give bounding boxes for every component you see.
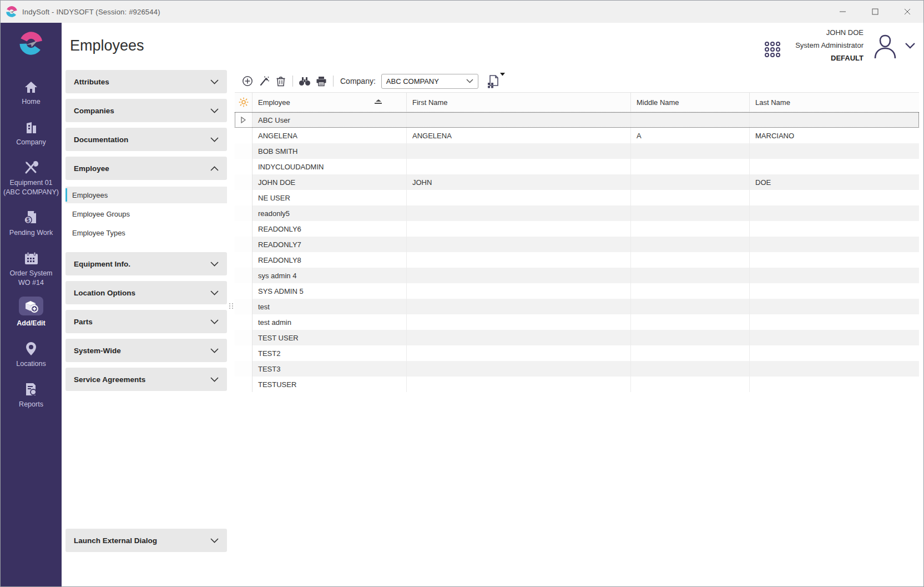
- accordion-system-wide[interactable]: System-Wide: [65, 339, 227, 362]
- table-row[interactable]: READONLY6: [235, 221, 919, 237]
- nav-item-employee-groups[interactable]: Employee Groups: [65, 205, 227, 222]
- table-row[interactable]: BOB SMITH: [235, 143, 919, 159]
- accordion-launch-external-dialog[interactable]: Launch External Dialog: [65, 529, 227, 552]
- page-header: Employees JOHN DOE System A: [62, 23, 923, 70]
- minimize-button[interactable]: [827, 1, 859, 23]
- chevron-down-icon: [210, 348, 219, 353]
- column-header-middle-name[interactable]: Middle Name: [631, 93, 750, 112]
- chevron-down-icon: [466, 79, 473, 83]
- user-menu-chevron-icon[interactable]: [905, 42, 916, 49]
- table-row[interactable]: readonly5: [235, 205, 919, 221]
- table-row[interactable]: INDYCLOUDADMIN: [235, 159, 919, 174]
- table-row[interactable]: READONLY7: [235, 237, 919, 252]
- column-header-first-name[interactable]: First Name: [407, 93, 631, 112]
- trash-icon: [276, 76, 286, 87]
- sidebar-item-label: Home: [19, 97, 42, 107]
- sidebar-item-pending-work[interactable]: $ Pending Work: [1, 209, 62, 238]
- printer-icon: [316, 76, 327, 87]
- sidebar-item-label: Order System WO #14: [1, 269, 62, 288]
- chevron-down-icon: [210, 137, 219, 142]
- table-row[interactable]: test admin: [235, 314, 919, 330]
- delete-button[interactable]: [272, 73, 289, 89]
- table-row[interactable]: READONLY8: [235, 252, 919, 268]
- sidebar-item-label: Locations: [14, 359, 48, 369]
- sidebar-logo-icon: [18, 31, 44, 56]
- accordion-equipment-info[interactable]: Equipment Info.: [65, 252, 227, 275]
- chevron-down-icon: [210, 79, 219, 84]
- find-button[interactable]: [296, 73, 313, 89]
- user-info: JOHN DOE System Administrator DEFAULT: [795, 26, 864, 64]
- close-button[interactable]: [891, 1, 923, 23]
- user-name: JOHN DOE: [795, 26, 864, 39]
- row-indicator-cell: [235, 112, 253, 128]
- table-row[interactable]: SYS ADMIN 5: [235, 283, 919, 299]
- grid-body: ABC User ANGELENA ANGELENA A MARCIANO: [235, 112, 919, 586]
- building-icon: [24, 119, 38, 134]
- toolbar-separator: [333, 76, 334, 87]
- home-icon: [24, 78, 38, 94]
- grid-header-row: Employee First Name Middle Name Last Nam…: [235, 92, 919, 112]
- sidebar-item-company[interactable]: Company: [1, 119, 62, 147]
- apps-grid-icon[interactable]: [763, 40, 782, 59]
- chevron-down-icon: [210, 108, 219, 113]
- add-edit-box-icon: [19, 297, 43, 315]
- accordion-location-options[interactable]: Location Options: [65, 281, 227, 304]
- sidebar-item-order-system[interactable]: Order System WO #14: [1, 250, 62, 288]
- sidebar-item-equipment[interactable]: Equipment 01 (ABC COMPANY): [1, 159, 62, 197]
- table-row[interactable]: ABC User: [235, 112, 919, 128]
- sidebar-item-home[interactable]: Home: [1, 78, 62, 107]
- calendar-icon: [24, 250, 39, 265]
- accordion-service-agreements[interactable]: Service Agreements: [65, 368, 227, 391]
- table-row[interactable]: TEST USER: [235, 330, 919, 345]
- employees-grid: Employee First Name Middle Name Last Nam…: [235, 92, 919, 586]
- splitter-grip-icon: [229, 303, 234, 309]
- sidebar-item-reports[interactable]: Reports: [1, 381, 62, 409]
- invoice-icon: $: [24, 209, 38, 225]
- user-profile: DEFAULT: [795, 52, 864, 64]
- table-row[interactable]: TESTUSER: [235, 377, 919, 392]
- accordion-parts[interactable]: Parts: [65, 310, 227, 333]
- map-pin-icon: [25, 340, 37, 356]
- table-row[interactable]: TEST2: [235, 345, 919, 361]
- maximize-button[interactable]: [859, 1, 891, 23]
- company-label: Company:: [340, 77, 376, 86]
- panel-splitter[interactable]: [227, 70, 235, 586]
- table-row[interactable]: ANGELENA ANGELENA A MARCIANO: [235, 128, 919, 143]
- accordion-documentation[interactable]: Documentation: [65, 128, 227, 151]
- nav-item-employee-types[interactable]: Employee Types: [65, 224, 227, 241]
- avatar[interactable]: [871, 32, 899, 59]
- window-title: IndySoft - INDYSOFT (Session: #926544): [22, 8, 160, 16]
- export-grid-icon: [486, 74, 499, 88]
- grid-toolbar: Company: ABC COMPANY: [235, 70, 919, 92]
- titlebar: IndySoft - INDYSOFT (Session: #926544): [1, 1, 923, 23]
- accordion-companies[interactable]: Companies: [65, 99, 227, 122]
- company-dropdown[interactable]: ABC COMPANY: [381, 74, 478, 89]
- table-row[interactable]: JOHN DOE JOHN DOE: [235, 174, 919, 190]
- column-header-last-name[interactable]: Last Name: [750, 93, 919, 112]
- current-row-arrow-icon: [241, 117, 246, 123]
- add-button[interactable]: [239, 73, 256, 89]
- table-row[interactable]: NE USER: [235, 190, 919, 205]
- magic-wand-icon: [259, 76, 270, 87]
- table-row[interactable]: sys admin 4: [235, 268, 919, 283]
- sidebar-item-add-edit[interactable]: Add/Edit: [1, 300, 62, 328]
- edit-button[interactable]: [256, 73, 272, 89]
- column-header-employee[interactable]: Employee: [253, 93, 407, 112]
- chevron-down-icon: [210, 319, 219, 324]
- grid-customize-header-cell[interactable]: [235, 93, 253, 112]
- sidebar-item-label: Add/Edit: [14, 319, 47, 328]
- print-button[interactable]: [313, 73, 330, 89]
- accordion-employee[interactable]: Employee: [65, 157, 227, 180]
- chevron-down-icon: [210, 538, 219, 543]
- chevron-down-icon: [210, 262, 219, 267]
- accordion-attributes[interactable]: Attributes: [65, 70, 227, 93]
- table-row[interactable]: TEST3: [235, 361, 919, 377]
- nav-panel: Attributes Companies Documentation Emplo…: [65, 70, 227, 586]
- nav-item-employees[interactable]: Employees: [65, 187, 227, 203]
- export-button[interactable]: [486, 74, 505, 88]
- sidebar-item-locations[interactable]: Locations: [1, 340, 62, 369]
- indysoft-logo-icon: [6, 6, 18, 18]
- sidebar-item-label: Company: [14, 138, 48, 147]
- sun-icon: [239, 97, 249, 107]
- table-row[interactable]: test: [235, 299, 919, 314]
